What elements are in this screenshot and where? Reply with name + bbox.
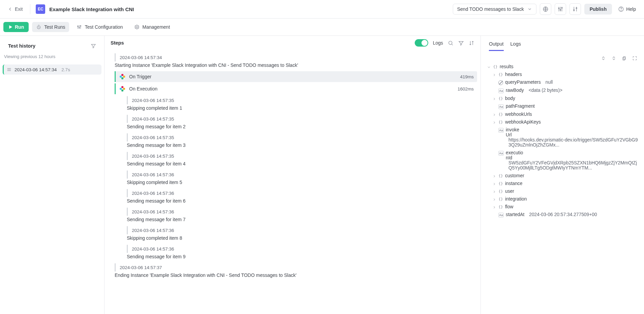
step-time: 1602ms	[458, 86, 474, 91]
null-icon	[498, 80, 503, 85]
log-message: Sending message for item 3	[124, 142, 477, 150]
log-message: Starting Instance 'Example Slack Integra…	[112, 62, 477, 70]
run-button[interactable]: Run	[3, 22, 29, 32]
svg-point-12	[621, 10, 621, 10]
search-icon[interactable]	[448, 40, 453, 46]
tab-output[interactable]: Output	[489, 39, 504, 51]
tree-node-body[interactable]: {} body	[492, 95, 639, 102]
sliders2-icon	[572, 6, 578, 12]
tree-node-instance[interactable]: {} instance	[492, 180, 639, 187]
main-area: Test history Viewing previous 12 hours 2…	[0, 36, 644, 314]
logs-toggle[interactable]	[415, 39, 428, 47]
step-on-trigger[interactable]: On Trigger 419ms	[115, 71, 477, 82]
flow-selector-label: Send TODO messages to Slack	[457, 6, 524, 12]
chevron-right-icon	[492, 73, 496, 77]
log-line: 2024-03-06 14:57:34	[115, 53, 477, 61]
chevron-down-icon	[527, 7, 532, 11]
tree-node-queryparams[interactable]: queryParameters null	[492, 78, 639, 86]
tree-node-webhookurls[interactable]: {} webhookUrls	[492, 110, 639, 118]
filter-icon[interactable]	[458, 40, 464, 46]
steps-panel: Steps Logs 2024-03-06 14:57:34 Starting …	[105, 36, 481, 314]
fullscreen-icon[interactable]	[632, 56, 637, 61]
output-tree: {} results {} headers queryParameters nu…	[481, 63, 644, 314]
tree-node-executionid[interactable]: Aa executionId SW5zdGFuY2VFeGVjdXRpb25SZ…	[492, 149, 639, 172]
tree-node-webhookapikeys[interactable]: {} webhookApiKeys	[492, 118, 639, 126]
tree-node-pathfragment[interactable]: Aa pathFragment	[492, 102, 639, 110]
tab-logs[interactable]: Logs	[510, 39, 521, 51]
braces-icon: {}	[498, 112, 503, 116]
slack-icon	[119, 73, 126, 80]
config-icon	[77, 24, 82, 30]
collapse-icon[interactable]	[601, 56, 606, 61]
log-ts: 2024-03-06 14:57:36	[132, 209, 174, 214]
globe-button[interactable]	[540, 3, 551, 15]
steps-body: 2024-03-06 14:57:34 Starting Instance 'E…	[105, 50, 480, 314]
page-title: Example Slack Integration with CNI	[49, 6, 134, 12]
tree-node-rawbody[interactable]: Aa rawBody <data (2 bytes)>	[492, 86, 639, 95]
log-message: Skipping completed item 1	[124, 105, 477, 113]
tree-key: invokeUrl	[506, 127, 521, 137]
sliders2-button[interactable]	[569, 3, 581, 15]
tree-key: body	[505, 96, 515, 101]
tab-management[interactable]: Management	[130, 22, 174, 32]
tree-key: results	[500, 64, 514, 69]
play-icon	[8, 25, 13, 29]
step-time: 419ms	[460, 74, 474, 79]
svg-point-21	[136, 26, 138, 28]
tree-key: executionId	[506, 150, 524, 160]
tab-test-runs[interactable]: Test Runs	[32, 22, 69, 32]
svg-marker-13	[9, 25, 12, 28]
sliders-button[interactable]	[555, 3, 566, 15]
sliders-icon	[557, 6, 563, 12]
filter-icon[interactable]	[91, 43, 96, 49]
tree-node-results[interactable]: {} results	[487, 63, 639, 71]
tree-node-flow[interactable]: {} flow	[492, 203, 639, 211]
log-line: 2024-03-06 14:57:35	[127, 133, 477, 141]
gear-icon	[134, 24, 140, 30]
log-message: Skipping completed item 8	[124, 235, 477, 243]
tree-val: null	[546, 80, 553, 85]
tree-val: <data (2 bytes)>	[529, 88, 562, 93]
tree-node-user[interactable]: {} user	[492, 187, 639, 195]
log-line: 2024-03-06 14:57:35	[127, 96, 477, 104]
string-icon: Aa	[498, 128, 504, 133]
chevron-right-icon	[492, 198, 496, 202]
tree-key: integration	[505, 197, 527, 202]
tree-node-invokeurl[interactable]: Aa invokeUrl https://hooks.dev.prismatic…	[492, 126, 639, 149]
tree-node-headers[interactable]: {} headers	[492, 71, 639, 78]
step-on-execution[interactable]: On Execution 1602ms	[115, 83, 477, 94]
expand-icon[interactable]	[611, 56, 616, 61]
log-line: 2024-03-06 14:57:36	[127, 171, 477, 179]
sort-icon[interactable]	[469, 40, 474, 46]
tree-val: SW5zdGFuY2VFeGVjdXRpb25SZXN1bHQ6MjgzZjY2…	[508, 160, 639, 171]
publish-button[interactable]: Publish	[584, 4, 612, 15]
exit-button[interactable]: Exit	[5, 5, 25, 13]
log-line: 2024-03-06 14:57:37	[115, 263, 477, 271]
flow-selector[interactable]: Send TODO messages to Slack	[453, 4, 536, 15]
step-name: On Execution	[129, 86, 458, 91]
log-ts: 2024-03-06 14:57:35	[132, 154, 174, 159]
string-icon: Aa	[498, 151, 504, 156]
output-panel: Output Logs {} results {} headers	[481, 36, 644, 314]
history-ts: 2024-03-06 14:57:34	[14, 67, 57, 72]
tree-node-integration[interactable]: {} integration	[492, 195, 639, 203]
chevron-right-icon	[492, 113, 496, 117]
log-line: 2024-03-06 14:57:36	[127, 189, 477, 197]
log-ts: 2024-03-06 14:57:37	[120, 265, 162, 270]
viewing-range: Viewing previous 12 hours	[3, 52, 101, 61]
history-item[interactable]: 2024-03-06 14:57:34 2.7s	[3, 64, 101, 75]
tree-node-startedat[interactable]: Aa startedAt 2024-03-06 20:57:34.277509+…	[492, 211, 639, 219]
log-message: Ending Instance 'Example Slack Integrati…	[112, 272, 477, 280]
log-ts: 2024-03-06 14:57:36	[132, 246, 174, 252]
string-icon: Aa	[498, 88, 504, 93]
logs-toggle-label: Logs	[433, 40, 443, 46]
layers-icon	[6, 67, 12, 72]
help-button[interactable]: Help	[615, 4, 639, 14]
tree-node-customer[interactable]: {} customer	[492, 172, 639, 180]
log-ts: 2024-03-06 14:57:36	[132, 172, 174, 177]
tab-test-configuration[interactable]: Test Configuration	[72, 22, 127, 32]
svg-line-24	[451, 44, 453, 45]
copy-icon[interactable]	[622, 56, 627, 61]
braces-icon: {}	[498, 197, 503, 201]
log-message: Sending message for item 4	[124, 161, 477, 168]
